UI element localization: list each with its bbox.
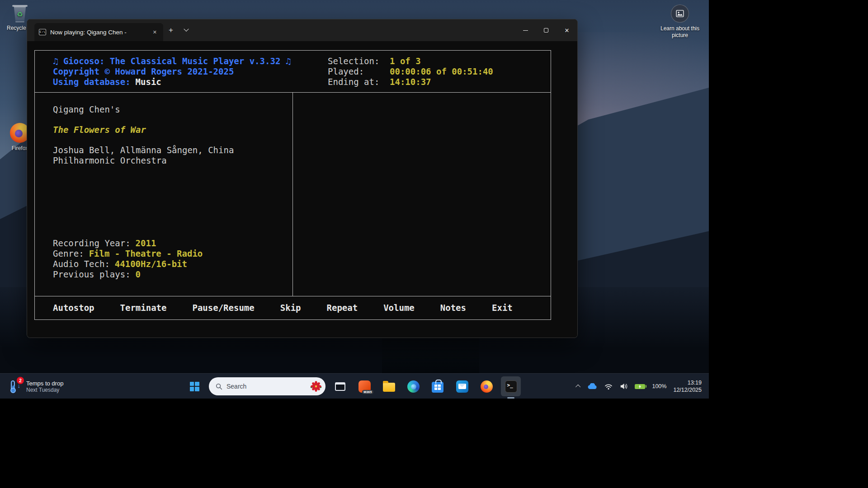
visualization-pane [293, 93, 551, 296]
cmd-icon: C:\ [39, 29, 46, 35]
played-label: Played: [328, 66, 390, 77]
terminal-window: C:\ Now playing: Qigang Chen - ✕ + ✕ [27, 19, 578, 338]
genre-line: Genre:Film - Theatre - Radio [53, 249, 203, 259]
taskbar-app-edge[interactable] [403, 376, 423, 396]
poinsettia-icon [310, 380, 322, 392]
wifi-icon [604, 383, 613, 390]
new-tab-button[interactable]: + [163, 23, 179, 38]
speaker-icon [620, 383, 628, 390]
menu-item-exit[interactable]: Exit [492, 303, 513, 313]
taskbar-center: Search [184, 376, 521, 396]
tui-header: ♫ Giocoso: The Classical Music Player v.… [35, 51, 551, 93]
genre-label: Genre: [53, 249, 84, 258]
selection-line: Selection:1 of 3 [328, 56, 493, 66]
genre-value: Film - Theatre - Radio [89, 249, 203, 258]
volume-tray-button[interactable] [620, 383, 628, 390]
network-tray-button[interactable] [604, 383, 613, 390]
close-button[interactable]: ✕ [557, 19, 577, 41]
year-value: 2011 [136, 238, 156, 248]
year-line: Recording Year:2011 [53, 238, 203, 249]
hidden-icons-button[interactable] [577, 385, 580, 388]
work-title: The Flowers of War [53, 125, 265, 135]
search-placeholder: Search [226, 383, 306, 390]
terminal-icon: >_ [505, 380, 517, 393]
taskbar-app-store[interactable] [428, 376, 448, 396]
chevron-down-icon [184, 27, 189, 32]
desktop: ♻ Recycle Bin Firefox Learn about this p… [0, 0, 709, 399]
taskbar-app-file-explorer[interactable] [379, 376, 399, 396]
database-label: Using database: [53, 77, 131, 87]
plays-value: 0 [136, 269, 141, 279]
window-titlebar[interactable]: C:\ Now playing: Qigang Chen - ✕ + ✕ [27, 19, 577, 41]
plays-line: Previous plays:0 [53, 269, 203, 280]
minimize-icon [523, 30, 528, 31]
weather-widget[interactable]: ↓ 2 Temps to drop Next Tuesday [5, 374, 68, 399]
menu-item-skip[interactable]: Skip [280, 303, 301, 313]
taskbar-app-m365[interactable]: M365 [354, 376, 374, 396]
recycle-bin-icon: ♻ [12, 5, 28, 23]
menu-item-pause-resume[interactable]: Pause/Resume [192, 303, 254, 313]
edge-icon [407, 380, 420, 393]
battery-icon [635, 384, 645, 389]
taskbar-app-window[interactable] [330, 376, 350, 396]
taskbar-app-terminal[interactable]: >_ [501, 376, 521, 396]
played-value: 00:00:06 of 00:51:40 [390, 66, 493, 76]
windows-logo-icon [190, 382, 199, 391]
recording-metadata: Recording Year:2011 Genre:Film - Theatre… [53, 238, 203, 280]
m365-copilot-icon: M365 [359, 380, 371, 393]
taskbar-app-outlook[interactable] [452, 376, 472, 396]
close-icon: ✕ [565, 27, 570, 34]
battery-tray-button[interactable] [635, 384, 645, 389]
microsoft-store-icon [432, 382, 443, 393]
search-box[interactable]: Search [209, 377, 326, 395]
audio-value: 44100Hz/16-bit [115, 259, 187, 269]
system-tray: 100% 13:19 12/12/2025 [577, 374, 702, 399]
cloud-icon [587, 383, 597, 389]
maximize-icon [544, 28, 548, 33]
selection-label: Selection: [328, 56, 390, 66]
tui-main: Qigang Chen's The Flowers of War Joshua … [35, 93, 551, 296]
maximize-button[interactable] [536, 19, 557, 41]
selection-value: 1 of 3 [390, 56, 421, 66]
folder-icon [383, 383, 395, 392]
start-button[interactable] [184, 376, 204, 396]
menu-item-notes[interactable]: Notes [440, 303, 466, 313]
weather-subline: Next Tuesday [26, 387, 63, 393]
tab-dropdown-button[interactable] [179, 23, 194, 38]
tui-header-left: ♫ Giocoso: The Classical Music Player v.… [53, 56, 328, 92]
database-value: Music [136, 77, 161, 87]
outlook-icon [456, 380, 468, 393]
clock-date: 12/12/2025 [673, 386, 702, 394]
menu-item-volume[interactable]: Volume [383, 303, 415, 313]
terminal-screen[interactable]: ♫ Giocoso: The Classical Music Player v.… [27, 41, 577, 338]
tab-title: Now playing: Qigang Chen - [50, 29, 147, 36]
weather-text: Temps to drop Next Tuesday [26, 380, 63, 393]
chevron-up-icon [576, 385, 580, 389]
minimize-button[interactable] [515, 19, 536, 41]
learn-picture-label: Learn about this picture [659, 25, 701, 39]
menu-item-repeat[interactable]: Repeat [327, 303, 358, 313]
onedrive-tray-button[interactable] [587, 383, 597, 389]
window-controls: ✕ [515, 19, 577, 41]
performers: Joshua Bell, Allmänna Sången, China Phil… [53, 145, 265, 166]
clock[interactable]: 13:19 12/12/2025 [673, 379, 702, 394]
notification-badge: 2 [17, 377, 24, 384]
firefox-label: Firefox [12, 145, 28, 151]
terminal-tab[interactable]: C:\ Now playing: Qigang Chen - ✕ [34, 23, 163, 41]
taskbar-app-firefox[interactable] [476, 376, 496, 396]
composer: Qigang Chen's [53, 104, 265, 115]
played-line: Played:00:00:06 of 00:51:40 [328, 66, 493, 77]
taskbar: ↓ 2 Temps to drop Next Tuesday [0, 373, 709, 399]
tab-close-icon[interactable]: ✕ [151, 28, 159, 36]
learn-picture-icon [671, 5, 689, 23]
now-playing-pane: Qigang Chen's The Flowers of War Joshua … [35, 93, 293, 296]
search-icon [216, 383, 222, 390]
menu-item-autostop[interactable]: Autostop [53, 303, 94, 313]
menu-item-terminate[interactable]: Terminate [120, 303, 167, 313]
firefox-icon [481, 380, 493, 393]
giocoso-tui: ♫ Giocoso: The Classical Music Player v.… [34, 50, 551, 320]
tui-header-right: Selection:1 of 3 Played:00:00:06 of 00:5… [328, 56, 493, 92]
year-label: Recording Year: [53, 238, 131, 248]
learn-about-picture-widget[interactable]: Learn about this picture [659, 5, 701, 39]
audio-label: Audio Tech: [53, 259, 110, 269]
